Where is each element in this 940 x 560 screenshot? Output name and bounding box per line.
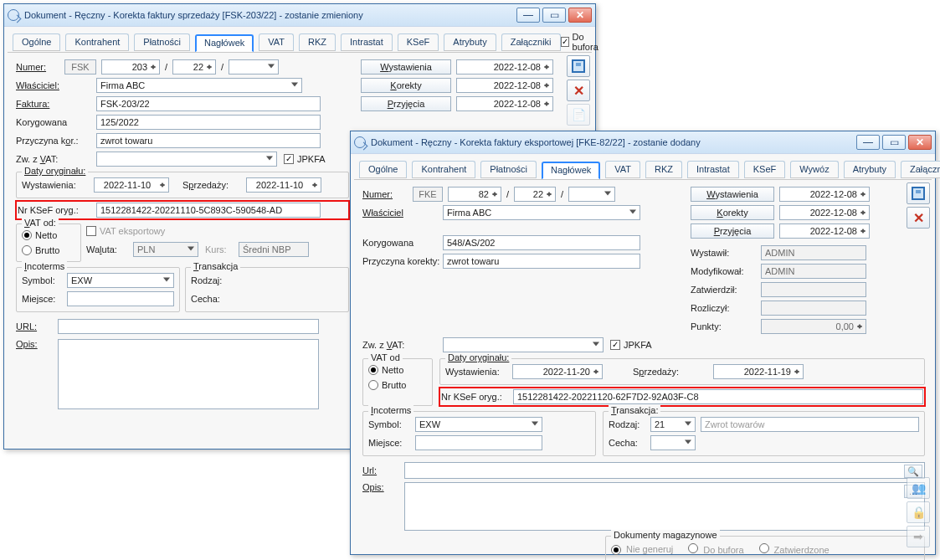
save-button[interactable] [567, 55, 590, 77]
daty-sprz-input[interactable]: 2022-11-19 [713, 364, 804, 379]
tab-kontrahent[interactable]: Kontrahent [412, 161, 475, 178]
tab-atrybuty[interactable]: Atrybuty [844, 161, 896, 178]
x-icon: ✕ [573, 83, 584, 99]
wystawil-label: Wystawił: [691, 248, 761, 258]
titlebar[interactable]: Dokument - Ręczny - Korekta faktury eksp… [351, 131, 935, 153]
numer-value[interactable]: 203 [101, 59, 160, 74]
numer-suffix-combo[interactable] [229, 59, 279, 74]
jpkfa-checkbox[interactable] [284, 154, 294, 164]
wlasciciel-combo[interactable]: Firma ABC [96, 78, 302, 93]
tab-intrastat[interactable]: Intrastat [341, 33, 393, 51]
miejsce-input[interactable] [67, 291, 174, 306]
miejsce-label: Miejsce: [368, 438, 415, 448]
miejsce-input[interactable] [415, 435, 542, 450]
close-button[interactable]: ✕ [908, 135, 932, 150]
url-browse-button[interactable]: 🔍 [904, 465, 922, 478]
korekty-date[interactable]: 2022-12-08 [779, 205, 870, 220]
tab-platnosci[interactable]: Płatności [134, 33, 190, 51]
do-bufora-checkbox[interactable] [561, 37, 569, 47]
rodzaj-desc: Zwrot towarów [701, 417, 919, 432]
tab-ogolne[interactable]: Ogólne [13, 33, 60, 51]
titlebar[interactable]: Dokument - Ręczny - Korekta faktury sprz… [4, 4, 595, 26]
tab-atrybuty[interactable]: Atrybuty [444, 33, 496, 51]
korygowana-input[interactable]: 548/AS/202 [443, 235, 640, 250]
netto-radio[interactable] [368, 365, 378, 375]
daty-legend: Daty oryginału: [22, 166, 88, 176]
waluta-combo: PLN [133, 242, 198, 257]
tab-wywoz[interactable]: Wywóz [790, 161, 838, 178]
korekty-button[interactable]: Korekty [691, 205, 774, 220]
jpkfa-checkbox[interactable] [610, 340, 620, 350]
korekty-button[interactable]: Korekty [361, 78, 451, 93]
rodzaj-label: Rodzaj: [609, 419, 650, 429]
maximize-button[interactable]: ▭ [882, 135, 906, 150]
cancel-button[interactable]: ✕ [907, 207, 930, 229]
brutto-radio[interactable] [368, 380, 378, 390]
numer-sub[interactable]: 22 [514, 187, 556, 202]
ksef-input[interactable]: 1512281422-20221120-62F7D2-92A03F-C8 [513, 389, 923, 404]
zwvat-label: Zw. z VAT: [16, 154, 96, 164]
tab-naglowek[interactable]: Nagłówek [195, 34, 254, 52]
cancel-button[interactable]: ✕ [567, 80, 590, 101]
tab-rkz[interactable]: RKZ [645, 161, 682, 178]
tab-ksef[interactable]: KSeF [744, 161, 786, 178]
wystawil-value: ADMIN [761, 245, 866, 260]
ksef-input[interactable]: 1512281422-20221110-5C893C-590548-AD [96, 203, 321, 218]
przyjecia-date[interactable]: 2022-12-08 [456, 96, 553, 111]
symbol-combo[interactable]: EXW [67, 273, 174, 288]
minimize-button[interactable]: — [516, 8, 540, 23]
close-button[interactable]: ✕ [568, 8, 592, 23]
kurs-input: Średni NBP [239, 242, 309, 257]
tab-ksef[interactable]: KSeF [398, 33, 439, 51]
zwvat-combo[interactable] [443, 337, 604, 352]
opis-textarea[interactable] [58, 339, 319, 409]
wystawienia-button[interactable]: Wystawienia [361, 59, 451, 74]
tab-kontrahent[interactable]: Kontrahent [65, 33, 129, 51]
minimize-button[interactable]: — [856, 135, 880, 150]
rodzaj-combo[interactable]: 21 [650, 417, 696, 432]
wystawienia-button[interactable]: Wystawienia [691, 187, 774, 202]
wystawienia-date[interactable]: 2022-12-08 [456, 59, 553, 74]
vatod-legend: VAT od: [22, 218, 59, 228]
symbol-combo[interactable]: EXW [415, 417, 542, 432]
waluta-label: Waluta: [86, 244, 133, 254]
daty-wyst-label: Wystawienia: [22, 180, 94, 190]
tab-zalaczniki[interactable]: Załączniki [901, 161, 940, 178]
cecha-combo[interactable] [650, 435, 696, 450]
przyczyna-input[interactable]: zwrot towaru [96, 133, 321, 148]
save-button[interactable] [907, 182, 930, 204]
daty-wyst-input[interactable]: 2022-11-20 [512, 364, 603, 379]
daty-wyst-input[interactable]: 2022-11-10 [94, 177, 169, 193]
opis-textarea[interactable]: … [404, 482, 925, 531]
faktura-label: Faktura: [16, 99, 96, 109]
tab-rkz[interactable]: RKZ [299, 33, 336, 51]
url-input[interactable] [58, 319, 319, 334]
przyjecia-button[interactable]: Przyjęcia [691, 223, 774, 239]
daty-sprz-input[interactable]: 2022-11-10 [246, 177, 321, 193]
korekty-date[interactable]: 2022-12-08 [456, 78, 553, 93]
numer-suffix-combo[interactable] [568, 187, 615, 202]
numer-value[interactable]: 82 [448, 187, 501, 202]
korygowana-input[interactable]: 125/2022 [96, 115, 321, 130]
przyjecia-button[interactable]: Przyjęcia [361, 96, 451, 111]
netto-radio[interactable] [22, 230, 32, 240]
przyjecia-date[interactable]: 2022-12-08 [779, 223, 870, 239]
maximize-button[interactable]: ▭ [542, 8, 566, 23]
url-input[interactable]: 🔍 [404, 462, 925, 479]
numer-sub[interactable]: 22 [172, 59, 216, 74]
tab-ogolne[interactable]: Ogólne [359, 161, 407, 178]
wlasciciel-combo[interactable]: Firma ABC [443, 205, 640, 220]
przyczyna-input[interactable]: zwrot towaru [443, 254, 640, 269]
tab-vat[interactable]: VAT [605, 161, 640, 178]
cecha-label: Cecha: [609, 438, 650, 448]
faktura-input[interactable]: FSK-203/22 [96, 96, 321, 111]
punkty-label: Punkty: [691, 321, 761, 331]
tab-zalaczniki[interactable]: Załączniki [501, 33, 561, 51]
brutto-radio[interactable] [22, 245, 32, 255]
wystawienia-date[interactable]: 2022-12-08 [779, 187, 870, 202]
tab-platnosci[interactable]: Płatności [480, 161, 537, 178]
zwvat-combo[interactable] [96, 152, 277, 167]
tab-vat[interactable]: VAT [259, 33, 294, 51]
tab-intrastat[interactable]: Intrastat [687, 161, 739, 178]
tab-naglowek[interactable]: Nagłówek [542, 162, 600, 179]
